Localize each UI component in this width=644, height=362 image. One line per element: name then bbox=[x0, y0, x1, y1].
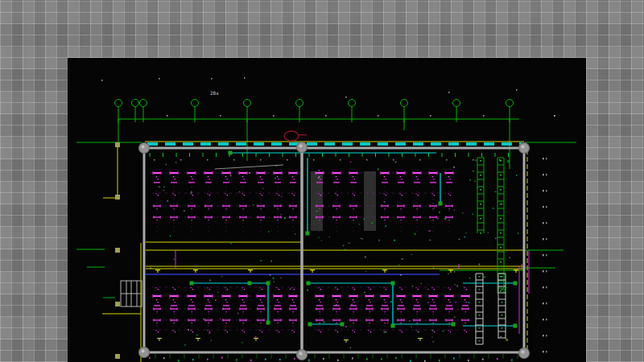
selection-grip[interactable] bbox=[519, 348, 530, 359]
selection-grip[interactable] bbox=[297, 142, 308, 153]
grid-dimensions bbox=[76, 77, 576, 169]
selection-overlay bbox=[139, 142, 530, 360]
text-labels: 20xmm bbox=[210, 90, 510, 342]
cad-text-label: m bbox=[506, 337, 508, 342]
left-margin-annotations bbox=[76, 142, 142, 362]
selection-grip[interactable] bbox=[519, 143, 530, 154]
drawing-noise bbox=[149, 159, 518, 362]
selection-grip[interactable] bbox=[297, 350, 308, 360]
cad-text-label: m bbox=[507, 158, 510, 163]
desktop-background: 20xmm bbox=[0, 0, 644, 362]
selection-grip[interactable] bbox=[139, 348, 150, 358]
selection-grip[interactable] bbox=[139, 143, 150, 154]
circuit-wiring bbox=[190, 151, 518, 328]
floor-plan-drawing: 20xmm bbox=[0, 0, 644, 362]
cad-text-label: 20x bbox=[210, 90, 219, 96]
